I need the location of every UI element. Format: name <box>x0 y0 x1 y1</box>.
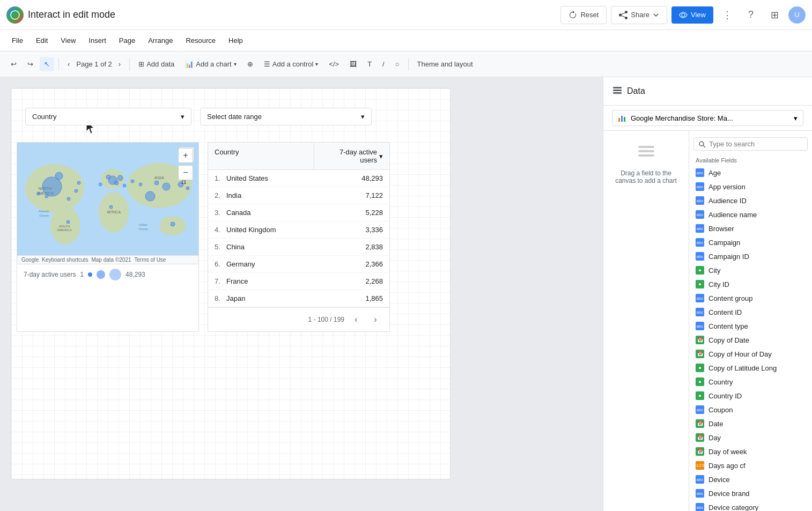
undo-button[interactable]: ↩ <box>6 57 21 71</box>
field-name: Audience ID <box>708 197 747 205</box>
country-filter-dropdown-icon: ▾ <box>181 113 184 121</box>
field-name: Country <box>708 378 733 386</box>
next-page-table-button[interactable]: › <box>368 312 383 327</box>
legend-dot-small <box>88 272 92 277</box>
add-chart-icon: 📊 <box>185 60 194 68</box>
chart-icon <box>618 114 626 122</box>
menu-arrange[interactable]: Arrange <box>143 33 178 48</box>
avatar[interactable]: U <box>788 6 806 24</box>
svg-text:AFRICA: AFRICA <box>107 210 121 214</box>
reset-button[interactable]: Reset <box>560 6 607 24</box>
country-filter[interactable]: Country ▾ <box>25 108 191 125</box>
search-icon <box>698 140 706 148</box>
menu-page[interactable]: Page <box>114 33 141 48</box>
field-item[interactable]: abc App version <box>689 180 812 194</box>
row-value: 48,293 <box>346 170 389 187</box>
table-body: 1. United States 48,293 2. India 7,122 3… <box>208 170 389 307</box>
add-chart-group-button[interactable]: ⊕ <box>243 57 257 71</box>
zoom-in-button[interactable]: + <box>178 148 193 163</box>
line-button[interactable]: / <box>378 57 389 71</box>
code-icon: </> <box>329 60 339 68</box>
svg-point-41 <box>45 195 48 198</box>
field-name: Days ago cf <box>708 462 745 470</box>
next-page-button[interactable]: › <box>114 57 125 71</box>
help-button[interactable]: ? <box>741 5 761 25</box>
more-options-button[interactable]: ⋮ <box>718 5 737 25</box>
field-item[interactable]: ● City ID <box>689 277 812 291</box>
svg-text:Ocean: Ocean <box>138 227 148 231</box>
field-item[interactable]: 📅 Date <box>689 417 812 431</box>
add-data-button[interactable]: ⊞ Add data <box>134 57 179 71</box>
svg-point-31 <box>123 184 126 187</box>
field-item[interactable]: abc Content type <box>689 319 812 333</box>
view-icon <box>679 11 688 19</box>
field-item[interactable]: 📅 Day <box>689 431 812 445</box>
field-item[interactable]: abc Audience name <box>689 208 812 221</box>
field-item[interactable]: 123 Days ago cf <box>689 458 812 472</box>
field-item[interactable]: abc Browser <box>689 221 812 235</box>
datasource-button[interactable]: Google Merchandise Store: Ma... ▾ <box>612 110 803 126</box>
add-control-button[interactable]: ☰ Add a control ▾ <box>260 57 323 71</box>
theme-layout-button[interactable]: Theme and layout <box>413 57 477 71</box>
svg-text:Atlantic: Atlantic <box>39 210 49 213</box>
terms-link[interactable]: Terms of Use <box>135 257 166 263</box>
menu-edit[interactable]: Edit <box>31 33 53 48</box>
svg-point-51 <box>699 142 704 146</box>
field-item[interactable]: abc Audience ID <box>689 194 812 208</box>
fields-search-box[interactable] <box>693 137 808 151</box>
svg-point-22 <box>114 181 119 185</box>
field-item[interactable]: abc Device category <box>689 500 812 511</box>
add-chart-button[interactable]: 📊 Add a chart ▾ <box>181 57 241 71</box>
field-item[interactable]: abc Content ID <box>689 305 812 319</box>
field-name: City ID <box>708 280 729 288</box>
field-type-icon: abc <box>696 503 704 511</box>
field-name: Device <box>708 476 730 484</box>
canvas-area[interactable]: Country ▾ Select date range ▾ <box>0 77 603 511</box>
menu-resource[interactable]: Resource <box>180 33 221 48</box>
prev-page-button[interactable]: ‹ <box>63 57 74 71</box>
field-name: Content ID <box>708 308 742 316</box>
shape-button[interactable]: ○ <box>391 57 404 71</box>
field-type-icon: ● <box>696 266 704 275</box>
menu-help[interactable]: Help <box>223 33 248 48</box>
share-button[interactable]: Share <box>611 6 667 24</box>
field-item[interactable]: ● City <box>689 263 812 277</box>
svg-point-24 <box>145 191 155 201</box>
zoom-out-button[interactable]: − <box>178 165 193 180</box>
field-name: Date <box>708 420 723 428</box>
fields-search-input[interactable] <box>709 140 803 148</box>
text-button[interactable]: T <box>363 57 376 71</box>
svg-point-26 <box>163 183 170 190</box>
menu-insert[interactable]: Insert <box>83 33 112 48</box>
select-tool-button[interactable]: ↖ <box>40 57 54 71</box>
field-item[interactable]: abc Age <box>689 166 812 180</box>
row-value: 2,838 <box>346 239 389 255</box>
field-item[interactable]: 📅 Copy of Hour of Day <box>689 347 812 361</box>
field-item[interactable]: abc Content group <box>689 291 812 305</box>
apps-button[interactable]: ⊞ <box>765 5 784 25</box>
field-item[interactable]: ● Country ID <box>689 389 812 403</box>
sort-icon[interactable]: ▾ <box>379 152 383 160</box>
svg-point-28 <box>171 222 175 226</box>
prev-page-table-button[interactable]: ‹ <box>349 312 364 327</box>
image-button[interactable]: 🖼 <box>345 57 361 71</box>
field-item[interactable]: abc Device brand <box>689 486 812 500</box>
row-country: Japan <box>224 290 346 307</box>
svg-rect-45 <box>618 118 620 122</box>
field-item[interactable]: abc Campaign <box>689 235 812 249</box>
field-item[interactable]: ● Country <box>689 375 812 389</box>
field-item[interactable]: abc Coupon <box>689 403 812 417</box>
date-range-dropdown-icon: ▾ <box>361 113 365 121</box>
menu-file[interactable]: File <box>6 33 28 48</box>
date-range-filter[interactable]: Select date range ▾ <box>200 108 372 125</box>
view-button[interactable]: View <box>671 6 713 24</box>
field-item[interactable]: ● Copy of Latitude Long <box>689 361 812 375</box>
field-item[interactable]: 📅 Day of week <box>689 445 812 458</box>
field-item[interactable]: abc Campaign ID <box>689 249 812 263</box>
field-item[interactable]: abc Device <box>689 472 812 486</box>
field-item[interactable]: 📅 Copy of Date <box>689 333 812 347</box>
menu-view[interactable]: View <box>55 33 81 48</box>
redo-button[interactable]: ↪ <box>23 57 38 71</box>
code-button[interactable]: </> <box>324 57 343 71</box>
keyboard-shortcuts-link[interactable]: Keyboard shortcuts <box>42 257 88 263</box>
